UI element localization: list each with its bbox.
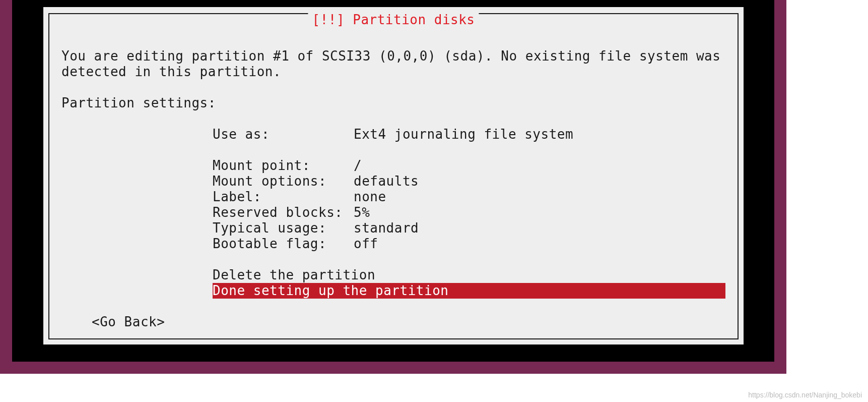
- setting-value: defaults: [354, 174, 419, 189]
- setting-value: /: [354, 158, 362, 174]
- setting-label: Mount point:: [213, 158, 354, 174]
- setting-label: Typical usage:: [213, 220, 354, 236]
- setting-label: Label:: [213, 189, 354, 205]
- watermark-text: https://blog.csdn.net/Nanjing_bokebi: [748, 391, 862, 399]
- setting-value: none: [354, 189, 386, 205]
- setting-label: Mount options:: [213, 174, 354, 189]
- installer-background: [!!] Partition disks You are editing par…: [0, 0, 786, 374]
- go-back-button[interactable]: <Go Back>: [92, 314, 725, 330]
- dialog-border: [!!] Partition disks You are editing par…: [48, 13, 739, 339]
- setting-label: Reserved blocks:: [213, 205, 354, 220]
- setting-value: off: [354, 236, 378, 252]
- setting-mount-options[interactable]: Mount options: defaults: [213, 174, 725, 189]
- action-label: Delete the partition: [213, 267, 375, 283]
- dialog-title-wrap: [!!] Partition disks: [308, 13, 479, 26]
- setting-reserved-blocks[interactable]: Reserved blocks: 5%: [213, 205, 725, 220]
- settings-block: Use as: Ext4 journaling file system Moun…: [213, 127, 725, 299]
- dialog-content: You are editing partition #1 of SCSI33 (…: [61, 48, 725, 328]
- setting-fs-label[interactable]: Label: none: [213, 189, 725, 205]
- setting-label: Bootable flag:: [213, 236, 354, 252]
- setting-label: Use as:: [213, 127, 354, 142]
- setting-typical-usage[interactable]: Typical usage: standard: [213, 220, 725, 236]
- setting-use-as[interactable]: Use as: Ext4 journaling file system: [213, 127, 725, 142]
- spacer: [213, 252, 725, 267]
- setting-value: 5%: [354, 205, 370, 220]
- action-label: Done setting up the partition: [213, 283, 505, 299]
- partition-dialog: [!!] Partition disks You are editing par…: [43, 7, 744, 344]
- setting-mount-point[interactable]: Mount point: /: [213, 158, 725, 174]
- action-done-setting-up[interactable]: Done setting up the partition: [213, 283, 725, 299]
- setting-value: standard: [354, 220, 419, 236]
- setting-value: Ext4 journaling file system: [354, 127, 573, 142]
- spacer: [213, 142, 725, 158]
- intro-text: You are editing partition #1 of SCSI33 (…: [61, 48, 725, 80]
- action-delete-partition[interactable]: Delete the partition: [213, 267, 725, 283]
- settings-label: Partition settings:: [61, 95, 725, 111]
- setting-bootable-flag[interactable]: Bootable flag: off: [213, 236, 725, 252]
- dialog-title: [!!] Partition disks: [308, 13, 479, 26]
